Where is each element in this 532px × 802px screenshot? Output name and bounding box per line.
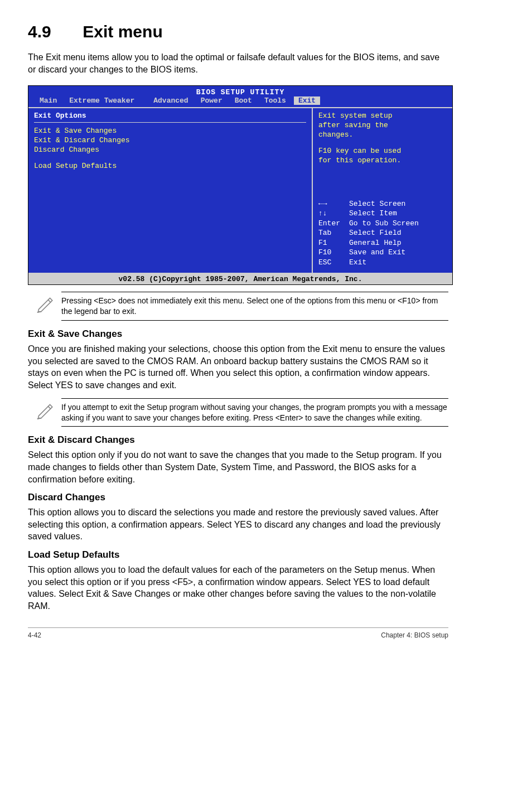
bios-tab-boot[interactable]: Boot: [230, 96, 257, 105]
paragraph-discard-exit: Select this option only if you do not wa…: [28, 449, 448, 485]
bios-help-text: Exit system setup after saving the chang…: [318, 112, 447, 165]
key-arrows-lr: ←→: [318, 199, 349, 209]
subheading-defaults: Load Setup Defaults: [28, 549, 448, 561]
bios-tab-tweaker[interactable]: Extreme Tweaker: [65, 96, 139, 105]
bios-help-line: changes.: [318, 131, 447, 140]
bios-item-save[interactable]: Exit & Save Changes: [34, 126, 306, 136]
paragraph-discard: This option allows you to discard the se…: [28, 506, 448, 543]
subheading-discard: Discard Changes: [28, 492, 448, 503]
bios-tab-power[interactable]: Power: [196, 96, 227, 105]
bios-help-line: Exit system setup: [318, 112, 447, 121]
bios-footer: v02.58 (C)Copyright 1985-2007, American …: [28, 274, 452, 284]
bios-left-pane: Exit Options Exit & Save Changes Exit & …: [28, 108, 313, 273]
section-name: Exit menu: [83, 22, 162, 41]
paragraph-defaults: This option allows you to load the defau…: [28, 564, 448, 612]
bios-item-discard[interactable]: Discard Changes: [34, 145, 306, 154]
paragraph-save: Once you are finished making your select…: [28, 343, 448, 391]
bios-tab-tools[interactable]: Tools: [260, 96, 291, 105]
note-box: Pressing <Esc> does not immediately exit…: [28, 292, 448, 321]
subheading-save: Exit & Save Changes: [28, 328, 448, 340]
bios-help-line: for this operation.: [318, 156, 447, 166]
note-text: Pressing <Esc> does not immediately exit…: [61, 292, 448, 321]
key-esc: ESC: [318, 258, 349, 268]
page-footer: 4-42 Chapter 4: BIOS setup: [28, 627, 448, 639]
chapter-label: Chapter 4: BIOS setup: [381, 631, 448, 639]
key-desc: Select Screen: [349, 199, 405, 209]
key-desc: Select Field: [349, 228, 402, 238]
bios-help-line: after saving the: [318, 121, 447, 131]
bios-right-pane: Exit system setup after saving the chang…: [313, 108, 452, 273]
section-title: 4.9 Exit menu: [28, 22, 448, 41]
bios-tab-row: Main Extreme Tweaker Advanced Power Boot…: [28, 96, 452, 107]
bios-tab-main[interactable]: Main: [35, 96, 61, 105]
key-desc: Go to Sub Screen: [349, 219, 419, 229]
pencil-icon: [28, 292, 61, 315]
pencil-icon: [28, 398, 61, 422]
bios-item-discard-exit[interactable]: Exit & Discard Changes: [34, 136, 306, 145]
bios-item-defaults[interactable]: Load Setup Defaults: [34, 161, 306, 171]
key-desc: Select Item: [349, 209, 397, 219]
key-f10: F10: [318, 248, 349, 258]
key-arrows-ud: ↑↓: [318, 209, 349, 219]
bios-left-header: Exit Options: [34, 112, 306, 120]
key-desc: General Help: [349, 238, 402, 248]
key-f1: F1: [318, 238, 349, 248]
bios-tab-exit[interactable]: Exit: [294, 96, 320, 105]
bios-tab-advanced[interactable]: Advanced: [149, 96, 192, 105]
key-desc: Save and Exit: [349, 248, 405, 258]
bios-screenshot: BIOS SETUP UTILITY Main Extreme Tweaker …: [28, 85, 453, 285]
intro-paragraph: The Exit menu items allow you to load th…: [28, 51, 448, 75]
page-number: 4-42: [28, 631, 41, 639]
section-number: 4.9: [28, 22, 78, 41]
key-desc: Exit: [349, 258, 366, 268]
bios-body: Exit Options Exit & Save Changes Exit & …: [28, 107, 452, 274]
note-box: If you attempt to exit the Setup program…: [28, 398, 448, 427]
key-tab: Tab: [318, 228, 349, 238]
bios-title: BIOS SETUP UTILITY: [28, 86, 452, 96]
note-text: If you attempt to exit the Setup program…: [61, 398, 448, 427]
subheading-discard-exit: Exit & Discard Changes: [28, 434, 448, 446]
bios-key-legend: ←→Select Screen ↑↓Select Item EnterGo to…: [318, 199, 447, 268]
key-enter: Enter: [318, 219, 349, 229]
bios-help-line: F10 key can be used: [318, 147, 447, 156]
